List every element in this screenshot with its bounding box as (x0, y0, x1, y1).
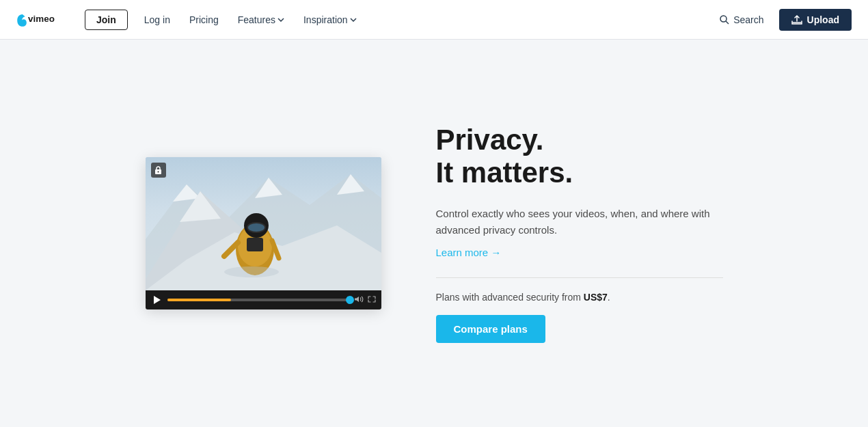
svg-line-2 (726, 21, 729, 24)
play-icon (154, 296, 161, 304)
fullscreen-icon[interactable] (368, 296, 376, 304)
right-content: Privacy. It matters. Control exactly who… (436, 124, 723, 344)
mountain-scene-svg (146, 157, 381, 290)
video-player[interactable] (146, 157, 381, 309)
progress-dot (346, 296, 354, 304)
inspiration-chevron-icon (350, 18, 357, 22)
pricing-link[interactable]: Pricing (181, 9, 227, 31)
learn-more-link[interactable]: Learn more → (436, 247, 502, 258)
svg-rect-16 (247, 238, 263, 251)
plans-text: Plans with advanced security from US$7. (436, 292, 723, 303)
fullscreen-svg (368, 296, 376, 303)
upload-button[interactable]: Upload (779, 9, 852, 31)
video-thumbnail (146, 157, 381, 290)
nav-links: Join Log in Pricing Features Inspiration (85, 9, 713, 31)
navigation: vimeo Join Log in Pricing Features Inspi… (0, 0, 868, 40)
volume-svg (354, 296, 364, 303)
lock-overlay (151, 163, 166, 178)
hero-description: Control exactly who sees your videos, wh… (436, 206, 723, 238)
video-controls (146, 290, 381, 309)
search-button[interactable]: Search (713, 10, 770, 29)
lock-icon (154, 166, 162, 175)
join-button[interactable]: Join (85, 10, 128, 30)
section-divider (436, 277, 723, 278)
nav-right: Search Upload (713, 9, 852, 31)
svg-text:vimeo: vimeo (28, 13, 55, 23)
svg-point-1 (720, 16, 727, 22)
svg-point-21 (158, 171, 159, 172)
features-link[interactable]: Features (230, 9, 293, 31)
volume-icon[interactable] (354, 296, 364, 304)
progress-fill (167, 299, 231, 301)
logo[interactable]: vimeo (16, 9, 66, 31)
features-chevron-icon (277, 18, 284, 22)
vimeo-logo-svg: vimeo (16, 9, 66, 28)
hero-title: Privacy. It matters. (436, 124, 723, 190)
compare-plans-button[interactable]: Compare plans (436, 315, 545, 343)
search-icon (720, 15, 729, 25)
inspiration-link[interactable]: Inspiration (295, 9, 365, 31)
play-button[interactable] (151, 294, 163, 306)
login-link[interactable]: Log in (136, 9, 178, 31)
main-content: Privacy. It matters. Control exactly who… (0, 40, 868, 427)
svg-point-19 (224, 266, 279, 277)
svg-point-15 (248, 223, 265, 232)
upload-icon (791, 15, 802, 25)
progress-bar[interactable] (167, 299, 350, 301)
